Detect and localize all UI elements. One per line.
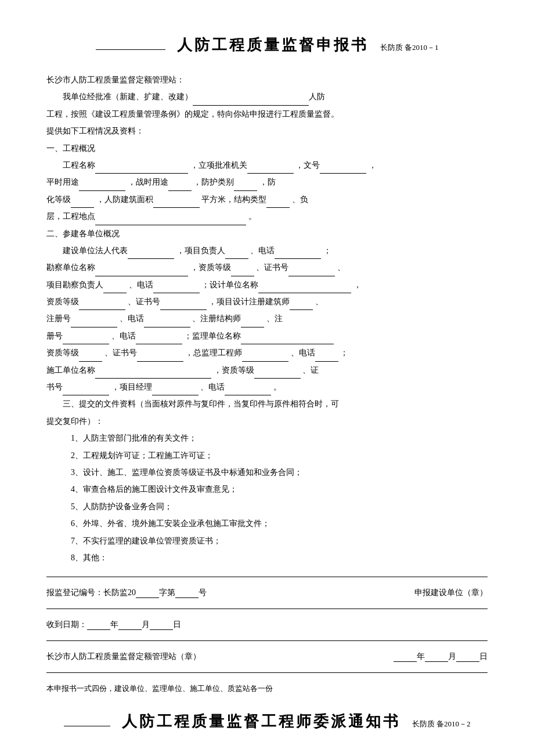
blank-recv-month — [118, 629, 142, 630]
address-line: 长沙市人防工程质量监督定额管理站： — [46, 71, 488, 88]
list-item-1: 1、人防主管部门批准的有关文件； — [71, 430, 488, 447]
list-item-3: 3、设计、施工、监理单位资质等级证书及中标通知和业务合同； — [71, 464, 488, 481]
list-item-5: 5、人防防护设备业务合同； — [71, 498, 488, 515]
sep15: 、电话 — [129, 280, 153, 289]
label-survey-resp: 项目勘察负责人 — [46, 280, 103, 289]
use-line: 平时用途 ，战时用途 ，防护类别 ，防 — [46, 174, 488, 190]
label-qual3: 资质等级 — [46, 348, 79, 357]
main-title: 人防工程质量监督申报书 — [177, 35, 369, 55]
sep27: ，总监理工程师 — [185, 348, 242, 357]
sep4: ，战时用途 — [128, 178, 168, 186]
list-item-6: 6、外埠、外省、境外施工安装企业承包施工审批文件； — [71, 515, 488, 532]
sep8: 、负 — [292, 195, 308, 204]
intro-line2: 工程，按照《建设工程质量管理条例》的规定，特向你站申报进行工程质量监督。 — [46, 106, 488, 123]
section3-label: 三、提交的文件资料（当面核对原件与复印件，当复印件与原件相符合时，可 — [46, 399, 339, 408]
sep21: 、电话 — [120, 314, 144, 323]
sep3: ， — [369, 161, 377, 170]
intro-para: 我单位经批准（新建、扩建、改建）人防 — [46, 88, 488, 105]
list-item-7: 7、不实行监理的建设单位管理资质证书； — [71, 532, 488, 549]
chem-line: 化等级 ，人防建筑面积 平方米，结构类型 、负 — [46, 191, 488, 208]
station-label: 长沙市人防工程质量监督定额管理站（章） — [46, 651, 201, 662]
sep22: 、注册结构师 — [192, 314, 241, 323]
sep2: ，文号 — [295, 161, 320, 170]
project-name-line: 工程名称 ，立项批准机关 ，文号 ， — [46, 157, 488, 174]
section2-title: 二、参建各单位概况 — [46, 225, 488, 242]
note-text: 本申报书一式四份，建设单位、监理单位、施工单位、质监站各一份 — [46, 683, 488, 694]
cert4-line: 书号 ，项目经理 、电话 。 — [46, 379, 488, 395]
supervisor-qual-line: 资质等级 、证书号 ，总监理工程师 、电话 ； — [46, 344, 488, 361]
survey-resp-line: 项目勘察负责人 、电话 ；设计单位名称 ， — [46, 276, 488, 293]
sep9: ，项目负责人 — [176, 246, 225, 255]
sep19: ，项目设计注册建筑师 — [208, 297, 290, 306]
blank-struct — [266, 207, 290, 208]
body-content: 长沙市人防工程质量监督定额管理站： 我单位经批准（新建、扩建、改建）人防 工程，… — [46, 71, 488, 566]
received-label: 收到日期：年月日 — [46, 620, 181, 630]
title-code: 长防质 备2010－1 — [380, 42, 439, 53]
title-section: 人防工程质量监督申报书 长防质 备2010－1 — [46, 35, 488, 55]
sep34: 。 — [273, 383, 282, 391]
design-qual-line: 资质等级 、证书号 ，项目设计注册建筑师 、 — [46, 293, 488, 310]
contractor-line: 施工单位名称 ，资质等级 、证 — [46, 362, 488, 379]
sep33: 、电话 — [200, 383, 225, 391]
blank-recv-day — [150, 629, 173, 630]
blank-st-year — [394, 661, 417, 662]
sep31: 、证 — [302, 366, 319, 375]
sep17: ， — [353, 280, 362, 289]
blank-st-day — [456, 661, 479, 662]
blank-word — [175, 597, 199, 598]
sep16: ；设计单位名称 — [201, 280, 258, 289]
list-item-2: 2、工程规划许可证；工程施工许可证； — [71, 447, 488, 464]
label-survey: 勘察单位名称 — [46, 263, 95, 272]
sep23: 、注 — [266, 314, 283, 323]
bottom-title-code: 长防质 备2010－2 — [412, 719, 471, 729]
location-line: 层，工程地点 。 — [46, 208, 488, 225]
sep24: 、电话 — [111, 332, 136, 340]
divider-3 — [46, 640, 488, 641]
title-underline-left — [96, 49, 165, 50]
label-legal: 建设单位法人代表 — [46, 246, 128, 255]
sep5: ，防护类别 — [193, 178, 234, 186]
divider-2 — [46, 609, 488, 609]
sep6: ，防 — [259, 178, 276, 186]
received-line: 收到日期：年月日 — [46, 620, 488, 630]
blank-recv-year — [87, 629, 110, 630]
divider-1 — [46, 577, 488, 577]
sep10: 、电话 — [250, 246, 275, 255]
bottom-underline — [64, 726, 110, 726]
sep32: ，项目经理 — [111, 383, 152, 391]
sep30: ，资质等级 — [214, 366, 254, 375]
list-item-4: 4、审查合格后的施工图设计文件及审查意见； — [71, 481, 488, 498]
blank-st-month — [425, 661, 448, 662]
sep7: ，人防建筑面积 — [96, 195, 153, 204]
label-reg2: 册号 — [46, 332, 63, 340]
label-peacetime: 平时用途 — [46, 178, 79, 186]
section3-cont: 提交复印件）： — [46, 413, 488, 430]
blank-year — [136, 597, 159, 598]
sep20: 、 — [315, 297, 323, 306]
document-page: 人防工程质量监督申报书 长防质 备2010－1 长沙市人防工程质量监督定额管理站… — [0, 0, 534, 756]
sep12: ，资质等级 — [190, 263, 231, 272]
sep26: 、证书号 — [104, 348, 137, 357]
label-reg1: 注册号 — [46, 314, 71, 323]
station-date: 年月日 — [394, 651, 488, 662]
survey-line: 勘察单位名称 ，资质等级 、证书号 、 — [46, 259, 488, 276]
legal-rep-line: 建设单位法人代表 ，项目负责人 、电话 ； — [46, 242, 488, 259]
reg-no-line: 注册号 、电话 、注册结构师 、注 — [46, 310, 488, 327]
end-period: 。 — [248, 212, 257, 221]
reg-line: 报监登记编号：长防监20字第号 申报建设单位（章） — [46, 588, 488, 598]
divider-4 — [46, 672, 488, 673]
label-contractor: 施工单位名称 — [46, 366, 95, 375]
intro-line3: 提供如下工程情况及资料： — [46, 123, 488, 139]
applicant-label: 申报建设单位（章） — [414, 588, 488, 598]
sep29: ； — [340, 348, 348, 357]
bottom-title-section: 人防工程质量监督工程师委派通知书 长防质 备2010－2 — [46, 711, 488, 732]
sep18: 、证书号 — [128, 297, 160, 306]
list-item-8: 8、其他： — [71, 549, 488, 566]
sep13: 、证书号 — [256, 263, 288, 272]
blank-doc-no — [320, 173, 366, 174]
sep11: ； — [323, 246, 331, 255]
station-line: 长沙市人防工程质量监督定额管理站（章） 年月日 — [46, 651, 488, 662]
intro-text-end: 人防 — [309, 92, 325, 101]
label-project-name: 工程名称 — [46, 161, 95, 170]
sep14: 、 — [337, 263, 345, 272]
